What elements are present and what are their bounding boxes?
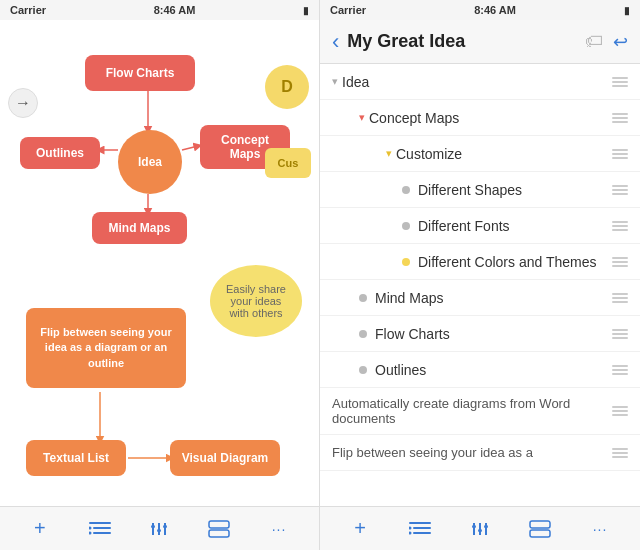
svg-rect-29	[478, 529, 482, 532]
outline-list: ▾ Idea ▾ Concept Maps ▾ Customize	[320, 64, 640, 506]
list-item[interactable]: Automatically create diagrams from Word …	[320, 388, 640, 435]
back-arrow-icon: →	[15, 94, 31, 112]
list-item[interactable]: Outlines	[320, 352, 640, 388]
right-battery-icon: ▮	[624, 5, 630, 16]
dot-icon	[359, 366, 367, 374]
visual-diagram-node[interactable]: Visual Diagram	[170, 440, 280, 476]
item-text: Concept Maps	[369, 110, 604, 126]
right-layers-button[interactable]	[524, 513, 556, 545]
cus-label: Cus	[278, 157, 299, 169]
visual-diagram-label: Visual Diagram	[182, 451, 268, 465]
item-text: Flow Charts	[375, 326, 604, 342]
mindmaps-label: Mind Maps	[109, 221, 171, 235]
right-carrier: Carrier	[330, 4, 366, 16]
sliders-button[interactable]	[143, 513, 175, 545]
list-item[interactable]: ▾ Idea	[320, 64, 640, 100]
d-bubble[interactable]: D	[265, 65, 309, 109]
share-bubble[interactable]: Easily share your ideas with others	[210, 265, 302, 337]
battery-icon: ▮	[303, 5, 309, 16]
list-item[interactable]: Flow Charts	[320, 316, 640, 352]
left-status-icons: ▮	[303, 5, 309, 16]
right-list-button[interactable]	[404, 513, 436, 545]
outlines-node[interactable]: Outlines	[20, 137, 100, 169]
drag-handle[interactable]	[604, 448, 628, 458]
more-button[interactable]: ···	[263, 513, 295, 545]
right-more-button[interactable]: ···	[584, 513, 616, 545]
chevron-down-icon: ▾	[332, 75, 338, 88]
dot-icon	[359, 294, 367, 302]
drag-handle[interactable]	[604, 406, 628, 416]
right-panel: Carrier 8:46 AM ▮ ‹ My Great Idea 🏷 ↩ ▾ …	[320, 0, 640, 550]
svg-rect-19	[209, 530, 229, 537]
drag-handle[interactable]	[604, 293, 628, 303]
drag-handle[interactable]	[604, 329, 628, 339]
right-time: 8:46 AM	[474, 4, 516, 16]
header-title: My Great Idea	[347, 31, 577, 52]
forward-icon[interactable]: ↩	[613, 31, 628, 53]
idea-node[interactable]: Idea	[118, 130, 182, 194]
item-text: Different Colors and Themes	[418, 254, 604, 270]
textual-list-node[interactable]: Textual List	[26, 440, 126, 476]
left-time: 8:46 AM	[154, 4, 196, 16]
right-status-bar: Carrier 8:46 AM ▮	[320, 0, 640, 20]
layers-button[interactable]	[203, 513, 235, 545]
add-button[interactable]: +	[24, 513, 56, 545]
drag-handle[interactable]	[604, 77, 628, 87]
svg-rect-15	[151, 525, 155, 528]
list-button[interactable]	[84, 513, 116, 545]
list-item[interactable]: Mind Maps	[320, 280, 640, 316]
dot-yellow-icon	[402, 258, 410, 266]
list-item[interactable]: ▾ Concept Maps	[320, 100, 640, 136]
idea-label: Idea	[138, 155, 162, 169]
flip-box[interactable]: Flip between seeing your idea as a diagr…	[26, 308, 186, 388]
header-actions: 🏷 ↩	[585, 31, 628, 53]
share-label: Easily share your ideas with others	[220, 283, 292, 319]
drag-handle[interactable]	[604, 185, 628, 195]
mindmaps-node[interactable]: Mind Maps	[92, 212, 187, 244]
left-panel: Carrier 8:46 AM ▮	[0, 0, 320, 550]
drag-handle[interactable]	[604, 365, 628, 375]
flip-label: Flip between seeing your idea as a diagr…	[36, 325, 176, 371]
back-arrow-left[interactable]: →	[8, 88, 38, 118]
svg-point-11	[89, 531, 92, 534]
svg-rect-20	[409, 522, 431, 524]
left-status-bar: Carrier 8:46 AM ▮	[0, 0, 319, 20]
svg-rect-17	[163, 525, 167, 528]
svg-rect-21	[413, 527, 431, 529]
diagram-area: Flow Charts Idea Outlines Concept Maps M…	[0, 20, 319, 506]
cus-bubble[interactable]: Cus	[265, 148, 311, 178]
item-text: Idea	[342, 74, 604, 90]
svg-rect-30	[484, 525, 488, 528]
item-text: Automatically create diagrams from Word …	[332, 396, 604, 426]
item-text: Outlines	[375, 362, 604, 378]
flowcharts-node[interactable]: Flow Charts	[85, 55, 195, 91]
list-item[interactable]: Flip between seeing your idea as a	[320, 435, 640, 471]
item-text: Mind Maps	[375, 290, 604, 306]
dot-icon	[359, 330, 367, 338]
back-button[interactable]: ‹	[332, 29, 339, 55]
dot-icon	[402, 186, 410, 194]
list-item[interactable]: Different Fonts	[320, 208, 640, 244]
item-text: Flip between seeing your idea as a	[332, 445, 604, 460]
drag-handle[interactable]	[604, 113, 628, 123]
right-sliders-button[interactable]	[464, 513, 496, 545]
right-header: ‹ My Great Idea 🏷 ↩	[320, 20, 640, 64]
list-item[interactable]: ▾ Customize	[320, 136, 640, 172]
left-carrier: Carrier	[10, 4, 46, 16]
chevron-left-icon: ‹	[332, 29, 339, 55]
drag-handle[interactable]	[604, 149, 628, 159]
drag-handle[interactable]	[604, 257, 628, 267]
right-add-button[interactable]: +	[344, 513, 376, 545]
dot-icon	[402, 222, 410, 230]
outlines-label: Outlines	[36, 146, 84, 160]
list-item[interactable]: Different Shapes	[320, 172, 640, 208]
svg-point-24	[409, 531, 412, 534]
list-item[interactable]: Different Colors and Themes	[320, 244, 640, 280]
d-label: D	[281, 78, 293, 96]
item-text: Different Fonts	[418, 218, 604, 234]
textual-list-label: Textual List	[43, 451, 109, 465]
svg-rect-22	[413, 532, 431, 534]
tag-icon[interactable]: 🏷	[585, 31, 603, 52]
drag-handle[interactable]	[604, 221, 628, 231]
list-icon	[89, 520, 111, 538]
